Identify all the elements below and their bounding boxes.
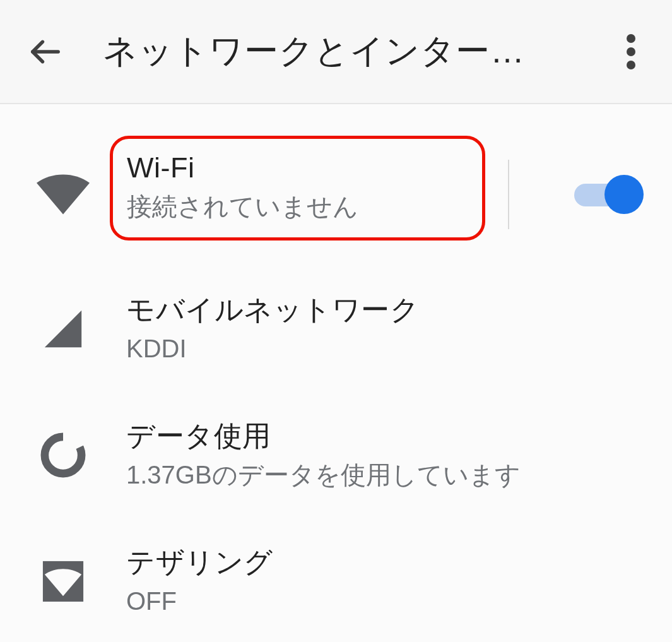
- back-button[interactable]: [28, 35, 79, 69]
- icon-cell: [0, 174, 126, 215]
- more-vert-icon: [627, 34, 635, 69]
- svg-point-2: [627, 47, 635, 56]
- wifi-highlight: Wi-Fi 接続されていません: [110, 136, 485, 241]
- cellular-icon: [41, 307, 85, 351]
- settings-item-mobile-network[interactable]: モバイルネットワーク KDDI: [0, 266, 672, 392]
- item-title: データ使用: [126, 419, 653, 454]
- settings-item-data-usage[interactable]: データ使用 1.37GBのデータを使用しています: [0, 392, 672, 518]
- back-arrow-icon: [28, 35, 62, 69]
- settings-list: Wi-Fi 接続されていません モバイルネットワーク KDDI: [0, 104, 672, 642]
- icon-cell: [0, 431, 126, 479]
- text-cell: モバイルネットワーク KDDI: [126, 292, 653, 366]
- text-cell: テザリング OFF: [126, 545, 653, 618]
- data-usage-icon: [39, 431, 87, 479]
- settings-item-tethering[interactable]: テザリング OFF: [0, 518, 672, 642]
- toggle-cell: [508, 172, 653, 217]
- svg-marker-4: [45, 311, 81, 347]
- icon-cell: [0, 307, 126, 351]
- hotspot-icon: [41, 559, 85, 603]
- svg-point-3: [627, 61, 635, 69]
- icon-cell: [0, 559, 126, 603]
- settings-item-wifi[interactable]: Wi-Fi 接続されていません: [0, 123, 672, 266]
- wifi-icon: [37, 174, 90, 215]
- wifi-toggle[interactable]: [574, 172, 644, 217]
- item-subtitle: 1.37GBのデータを使用しています: [126, 458, 653, 492]
- switch-thumb: [604, 175, 644, 214]
- app-bar: ネットワークとインター…: [0, 0, 672, 104]
- item-subtitle: KDDI: [126, 331, 653, 366]
- svg-point-1: [627, 34, 635, 43]
- item-title: テザリング: [126, 545, 653, 580]
- item-subtitle: 接続されていません: [127, 189, 468, 223]
- divider: [508, 160, 509, 229]
- item-title: モバイルネットワーク: [126, 292, 653, 328]
- text-cell: データ使用 1.37GBのデータを使用しています: [126, 419, 653, 492]
- item-subtitle: OFF: [126, 584, 653, 618]
- text-cell: Wi-Fi 接続されていません: [126, 148, 508, 241]
- item-title: Wi-Fi: [127, 150, 468, 186]
- page-title: ネットワークとインター…: [103, 28, 609, 74]
- overflow-menu-button[interactable]: [609, 34, 653, 69]
